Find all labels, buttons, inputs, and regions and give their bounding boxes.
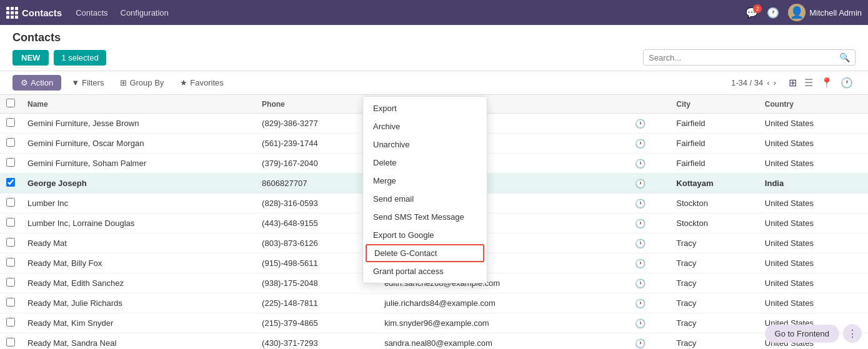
row-clock: 🕐 xyxy=(629,154,670,174)
row-checkbox-cell[interactable] xyxy=(0,233,21,253)
row-phone: (828)-316-0593 xyxy=(256,194,378,214)
row-checkbox[interactable] xyxy=(6,138,15,147)
row-city: Tracy xyxy=(670,233,759,253)
row-checkbox[interactable] xyxy=(6,218,15,227)
action-archive[interactable]: Archive xyxy=(363,117,487,135)
row-checkbox[interactable] xyxy=(6,158,15,167)
row-checkbox-cell[interactable] xyxy=(0,293,21,313)
row-city: Fairfield xyxy=(670,114,759,134)
star-icon: ★ xyxy=(180,78,187,87)
row-checkbox-cell[interactable] xyxy=(0,313,21,333)
row-city: Tracy xyxy=(670,313,759,333)
row-clock: 🕐 xyxy=(629,333,670,350)
select-all-checkbox[interactable] xyxy=(6,99,15,107)
row-clock: 🕐 xyxy=(629,134,670,154)
row-checkbox[interactable] xyxy=(6,258,15,267)
list-view-icon[interactable]: ☰ xyxy=(802,76,816,90)
row-country: United States xyxy=(759,134,868,154)
row-checkbox[interactable] xyxy=(6,198,15,207)
row-checkbox[interactable] xyxy=(6,298,15,307)
messages-icon[interactable]: 💬 2 xyxy=(746,7,758,19)
action-unarchive[interactable]: Unarchive xyxy=(363,135,487,154)
row-checkbox-cell[interactable] xyxy=(0,154,21,174)
groupby-button[interactable]: ⊞ Group By xyxy=(114,76,170,90)
row-phone: (829)-386-3277 xyxy=(256,114,378,134)
row-city: Tracy xyxy=(670,293,759,313)
page-header: Contacts NEW 1 selected 🔍 xyxy=(0,25,868,71)
kanban-view-icon[interactable]: ⊞ xyxy=(786,76,799,90)
row-checkbox-cell[interactable] xyxy=(0,114,21,134)
table-row: Ready Mat, Julie Richards (225)-148-7811… xyxy=(0,293,868,313)
row-checkbox[interactable] xyxy=(6,338,15,347)
apps-menu[interactable]: Contacts xyxy=(6,7,62,19)
row-checkbox-cell[interactable] xyxy=(0,273,21,293)
col-country: Country xyxy=(759,95,868,114)
row-checkbox-cell[interactable] xyxy=(0,134,21,154)
next-page-icon[interactable]: › xyxy=(774,78,776,87)
action-send-sms[interactable]: Send SMS Text Message xyxy=(363,208,487,226)
more-options-button[interactable]: ⋮ xyxy=(843,324,862,343)
row-clock: 🕐 xyxy=(629,114,670,134)
nav-configuration[interactable]: Configuration xyxy=(116,6,174,20)
row-checkbox[interactable] xyxy=(6,178,15,187)
action-export-google[interactable]: Export to Google xyxy=(363,226,487,244)
row-name: Ready Mat xyxy=(21,233,256,253)
user-menu[interactable]: 👤 Mitchell Admin xyxy=(788,4,862,21)
user-name: Mitchell Admin xyxy=(809,8,862,17)
row-checkbox-cell[interactable] xyxy=(0,174,21,194)
row-name: Ready Mat, Sandra Neal xyxy=(21,333,256,350)
app-title: Contacts xyxy=(22,7,62,18)
selected-button[interactable]: 1 selected xyxy=(54,50,106,66)
groupby-icon: ⊞ xyxy=(120,78,127,87)
map-view-icon[interactable]: 📍 xyxy=(818,76,836,90)
filter-button[interactable]: ▼ Filters xyxy=(65,76,110,90)
top-navigation: Contacts Contacts Configuration 💬 2 🕐 👤 … xyxy=(0,0,868,25)
row-checkbox-cell[interactable] xyxy=(0,253,21,273)
action-delete[interactable]: Delete xyxy=(363,154,487,172)
row-phone: (443)-648-9155 xyxy=(256,214,378,233)
select-all-header[interactable] xyxy=(0,95,21,114)
action-button[interactable]: ⚙ Action xyxy=(12,75,61,91)
row-checkbox-cell[interactable] xyxy=(0,333,21,350)
row-country: United States xyxy=(759,293,868,313)
col-phone: Phone xyxy=(256,95,378,114)
filter-icon: ▼ xyxy=(71,78,79,87)
action-merge[interactable]: Merge xyxy=(363,172,487,190)
row-phone: (225)-148-7811 xyxy=(256,293,378,313)
action-delete-gcontact[interactable]: Delete G-Contact xyxy=(366,244,484,262)
row-clock: 🕐 xyxy=(629,194,670,214)
nav-contacts[interactable]: Contacts xyxy=(71,6,112,20)
row-checkbox-cell[interactable] xyxy=(0,214,21,233)
action-export[interactable]: Export xyxy=(363,99,487,117)
row-city: Stockton xyxy=(670,194,759,214)
action-grant-portal[interactable]: Grant portal access xyxy=(363,262,487,280)
row-checkbox[interactable] xyxy=(6,318,15,327)
row-checkbox[interactable] xyxy=(6,278,15,287)
row-name: Gemini Furniture, Oscar Morgan xyxy=(21,134,256,154)
clock-nav-icon[interactable]: 🕐 xyxy=(767,7,779,19)
row-phone: (430)-371-7293 xyxy=(256,333,378,350)
row-city: Tracy xyxy=(670,273,759,293)
favorites-label: Favorites xyxy=(190,78,223,87)
search-input[interactable] xyxy=(649,53,839,62)
row-checkbox[interactable] xyxy=(6,118,15,127)
row-checkbox[interactable] xyxy=(6,238,15,247)
row-name: Ready Mat, Billy Fox xyxy=(21,253,256,273)
go-frontend-button[interactable]: Go to Frontend xyxy=(765,325,839,343)
row-name: Lumber Inc xyxy=(21,194,256,214)
groupby-label: Group By xyxy=(129,78,164,87)
pagination-text: 1-34 / 34 xyxy=(731,78,763,87)
clock-view-icon[interactable]: 🕐 xyxy=(838,76,856,90)
user-avatar: 👤 xyxy=(788,4,806,21)
action-send-email[interactable]: Send email xyxy=(363,190,487,208)
row-checkbox-cell[interactable] xyxy=(0,194,21,214)
message-badge: 2 xyxy=(753,4,762,13)
new-button[interactable]: NEW xyxy=(12,50,49,66)
row-phone: (938)-175-2048 xyxy=(256,273,378,293)
row-name: Gemini Furniture, Soham Palmer xyxy=(21,154,256,174)
row-phone: (803)-873-6126 xyxy=(256,233,378,253)
favorites-button[interactable]: ★ Favorites xyxy=(174,76,229,90)
row-country: United States xyxy=(759,114,868,134)
row-country: United States xyxy=(759,253,868,273)
prev-page-icon[interactable]: ‹ xyxy=(767,78,769,87)
